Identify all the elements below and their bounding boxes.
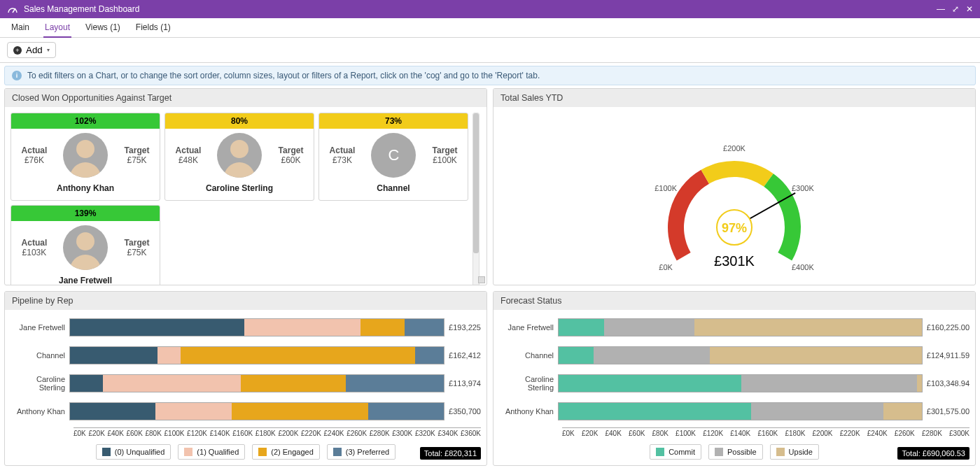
plus-icon: +	[13, 46, 22, 55]
legend-label: Possible	[727, 448, 757, 456]
titlebar: Sales Management Dashboard — ⤢ ✕	[0, 0, 980, 18]
bar-total: £160,225.00	[923, 323, 969, 332]
target-value: £60K	[279, 155, 304, 165]
legend-label: Commit	[668, 448, 695, 456]
target-value: £100K	[433, 155, 458, 165]
bar-category: Anthony Khan	[10, 407, 69, 416]
svg-text:£300K: £300K	[792, 184, 814, 192]
scrollbar-thumb[interactable]	[473, 113, 479, 253]
bar-segment	[158, 347, 181, 364]
actual-label: Actual	[330, 146, 356, 155]
minimize-icon[interactable]: —	[937, 4, 945, 14]
bar-segment	[559, 319, 604, 336]
add-button-label: Add	[26, 45, 43, 55]
legend-swatch	[102, 448, 111, 456]
bar-category: Jane Fretwell	[10, 323, 69, 332]
bar-segment	[70, 403, 155, 420]
rep-card[interactable]: 139%Actual£103KTarget£75KJane Fretwell	[10, 205, 160, 285]
legend-item[interactable]: (3) Preferred	[327, 444, 396, 460]
bar-row: Channel£124,911.59	[499, 343, 969, 367]
scrollbar[interactable]	[472, 113, 479, 285]
svg-text:97%: 97%	[722, 221, 747, 235]
bar-segment	[241, 375, 346, 392]
tab-main[interactable]: Main	[10, 18, 31, 38]
bar-segment	[415, 347, 444, 364]
x-axis: £0K£20K£40K£60K£80K£100K£120K£140K£160K£…	[74, 427, 481, 437]
info-bar: i To edit filters on a Chart, or to chan…	[4, 66, 976, 85]
legend-item[interactable]: (0) Unqualified	[96, 444, 172, 460]
actual-label: Actual	[22, 238, 48, 248]
bar-segment	[155, 403, 232, 420]
rep-card[interactable]: 80%Actual£48KTarget£60KCaroline Sterling	[164, 113, 314, 201]
legend-item[interactable]: Upside	[770, 444, 819, 460]
chevron-down-icon: ▾	[47, 47, 50, 53]
target-label: Target	[125, 238, 150, 248]
legend-item[interactable]: Possible	[708, 444, 763, 460]
rep-name: Caroline Sterling	[165, 179, 314, 200]
panel-forecast: Forecast Status Jane Fretwell£160,225.00…	[493, 291, 976, 466]
panel-closed-won: Closed Won Opportunities Against Target …	[4, 88, 487, 285]
legend-label: Upside	[789, 448, 813, 456]
tab-views[interactable]: Views (1)	[84, 18, 122, 38]
grand-total: Total: £690,060.53	[897, 447, 969, 460]
bar-row: Anthony Khan£301,575.00	[499, 399, 969, 423]
window-buttons: — ⤢ ✕	[937, 4, 973, 14]
rep-card[interactable]: 102%Actual£76KTarget£75KAnthony Khan	[10, 113, 160, 201]
legend-item[interactable]: (2) Engaged	[252, 444, 320, 460]
bar-segment	[181, 347, 415, 364]
bar-row: Caroline Sterling£103,348.94	[499, 371, 969, 395]
legend: (0) Unqualified(1) Qualified(2) Engaged(…	[10, 444, 481, 460]
bar-segment	[710, 347, 922, 364]
rep-pct: 102%	[11, 113, 160, 129]
avatar	[63, 133, 108, 178]
actual-label: Actual	[22, 146, 48, 155]
rep-card[interactable]: 73%Actual£73KCTarget£100KChannel	[318, 113, 468, 201]
panel-title: Closed Won Opportunities Against Target	[5, 89, 486, 107]
expand-icon[interactable]: ⤢	[952, 4, 959, 14]
bar-segment	[883, 403, 921, 420]
bar-total: £350,700	[444, 407, 481, 416]
legend-item[interactable]: (1) Qualified	[178, 444, 245, 460]
bar-total: £113,974	[444, 379, 481, 388]
legend-item[interactable]: Commit	[650, 444, 701, 460]
rep-cards-grid: 102%Actual£76KTarget£75KAnthony Khan80%A…	[10, 113, 468, 285]
bar-segment	[368, 403, 444, 420]
bar-row: Jane Fretwell£160,225.00	[499, 315, 969, 339]
svg-text:£0K: £0K	[659, 263, 673, 271]
panel-total-ytd: Total Sales YTD 97%£301K£0K£100K£200K£30…	[493, 88, 976, 285]
svg-text:£301K: £301K	[714, 253, 755, 269]
forecast-chart: Jane Fretwell£160,225.00Channel£124,911.…	[499, 315, 969, 460]
grand-total: Total: £820,311	[420, 447, 481, 460]
bar-total: £193,225	[444, 323, 481, 332]
bar-category: Channel	[10, 351, 69, 360]
tab-layout[interactable]: Layout	[43, 18, 71, 38]
target-value: £75K	[125, 155, 150, 165]
legend-label: (1) Qualified	[197, 448, 239, 456]
actual-value: £73K	[330, 155, 356, 165]
actual-value: £76K	[22, 155, 48, 165]
tab-fields[interactable]: Fields (1)	[134, 18, 172, 38]
titlebar-title: Sales Management Dashboard	[24, 4, 139, 14]
bar-segment	[232, 403, 368, 420]
bar-row: Anthony Khan£350,700	[10, 399, 481, 423]
bar-segment	[604, 319, 695, 336]
bar-category: Caroline Sterling	[499, 375, 558, 392]
bar-segment	[70, 319, 244, 336]
panel-title: Pipeline by Rep	[5, 292, 486, 310]
resize-grip[interactable]	[478, 276, 485, 283]
bar-total: £301,575.00	[923, 407, 969, 416]
bar-segment	[741, 375, 917, 392]
rep-name: Anthony Khan	[11, 179, 160, 200]
legend-label: (3) Preferred	[346, 448, 389, 456]
bar-segment	[917, 375, 922, 392]
avatar	[217, 133, 262, 178]
svg-text:£400K: £400K	[792, 263, 814, 271]
bar-segment	[70, 375, 103, 392]
avatar: C	[371, 133, 416, 178]
actual-value: £103K	[22, 248, 48, 257]
bar-segment	[244, 319, 360, 336]
bar-total: £103,348.94	[923, 379, 969, 388]
info-icon: i	[12, 71, 22, 80]
add-button[interactable]: + Add ▾	[7, 42, 56, 58]
close-icon[interactable]: ✕	[966, 4, 973, 14]
